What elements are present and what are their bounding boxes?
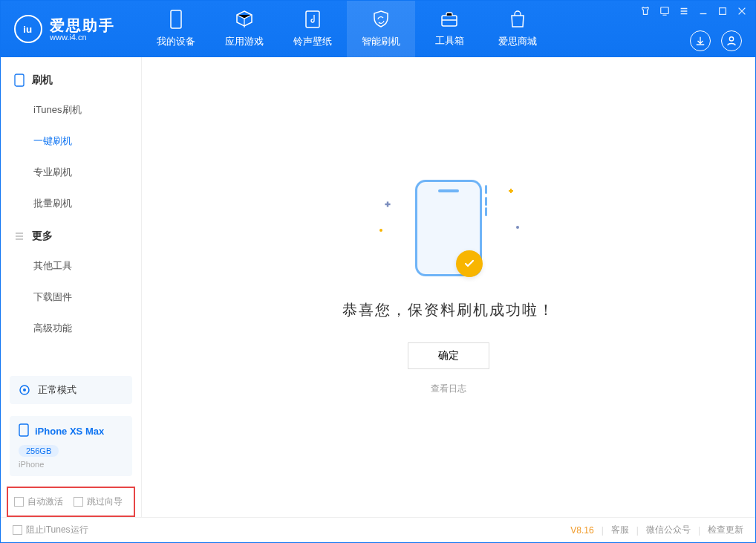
svg-rect-3 — [442, 16, 457, 26]
success-illustration — [400, 180, 497, 284]
checkbox-skip-guide[interactable]: 跳过向导 — [74, 495, 123, 508]
svg-point-9 — [23, 388, 26, 391]
status-link-support[interactable]: 客服 — [611, 524, 629, 536]
sidebar-item-other-tools[interactable]: 其他工具 — [1, 250, 141, 282]
svg-rect-5 — [720, 8, 726, 15]
mode-card[interactable]: 正常模式 — [10, 376, 132, 404]
status-link-update[interactable]: 检查更新 — [708, 524, 743, 536]
sidebar-item-itunes-flash[interactable]: iTunes刷机 — [1, 94, 141, 126]
body: 刷机 iTunes刷机 一键刷机 专业刷机 批量刷机 更多 其他工具 下载固件 … — [1, 57, 755, 517]
sidebar-item-download-firmware[interactable]: 下载固件 — [1, 282, 141, 313]
main-content: 恭喜您，保资料刷机成功啦！ 确定 查看日志 — [142, 57, 755, 517]
sidebar: 刷机 iTunes刷机 一键刷机 专业刷机 批量刷机 更多 其他工具 下载固件 … — [1, 57, 142, 517]
header-actions — [690, 30, 742, 51]
user-icon[interactable] — [721, 30, 742, 51]
shield-refresh-icon — [371, 10, 391, 32]
close-icon[interactable] — [736, 5, 748, 17]
phone-illustration-icon — [415, 180, 482, 276]
app-logo-icon: iu — [14, 15, 42, 43]
checkbox-icon — [13, 525, 22, 535]
toolbox-icon — [440, 10, 459, 31]
checkbox-label: 自动激活 — [27, 495, 63, 508]
svg-rect-1 — [171, 10, 181, 28]
svg-rect-7 — [15, 74, 24, 86]
ok-button[interactable]: 确定 — [408, 342, 489, 369]
checkbox-icon — [14, 497, 24, 507]
sparkle-icon — [509, 189, 513, 193]
top-nav: 我的设备 应用游戏 铃声壁纸 智能刷机 工具箱 爱思商城 — [142, 1, 552, 57]
phone-icon — [168, 10, 184, 32]
sidebar-group-title: 刷机 — [32, 74, 53, 87]
dot-icon — [516, 226, 519, 229]
cube-icon — [235, 10, 254, 32]
mode-label: 正常模式 — [38, 383, 76, 397]
checkbox-block-itunes[interactable]: 阻止iTunes运行 — [13, 524, 88, 536]
sidebar-group-title: 更多 — [32, 230, 53, 243]
checkbox-auto-activate[interactable]: 自动激活 — [14, 495, 63, 508]
svg-point-6 — [729, 37, 733, 41]
logo-area: iu 爱思助手 www.i4.cn — [1, 1, 142, 57]
device-card[interactable]: iPhone XS Max 256GB iPhone — [10, 416, 132, 476]
device-name: iPhone XS Max — [35, 426, 104, 437]
mode-icon — [19, 384, 32, 396]
sparkle-icon — [385, 201, 390, 207]
view-log-link[interactable]: 查看日志 — [431, 383, 466, 395]
checkbox-label: 跳过向导 — [87, 495, 123, 508]
shopping-bag-icon — [509, 10, 527, 32]
status-link-wechat[interactable]: 微信公众号 — [646, 524, 691, 536]
nav-store[interactable]: 爱思商城 — [483, 1, 552, 57]
checkbox-label: 阻止iTunes运行 — [26, 524, 88, 536]
sidebar-group-flash: 刷机 — [1, 63, 141, 94]
sidebar-item-pro-flash[interactable]: 专业刷机 — [1, 157, 141, 188]
music-note-icon — [304, 10, 322, 32]
dot-icon — [379, 229, 382, 232]
minimize-icon[interactable] — [697, 5, 709, 17]
version-label: V8.16 — [570, 525, 593, 536]
storage-pill: 256GB — [19, 445, 59, 457]
maximize-icon[interactable] — [717, 5, 729, 17]
checkbox-icon — [74, 497, 83, 507]
tshirt-icon[interactable] — [639, 5, 651, 17]
success-title: 恭喜您，保资料刷机成功啦！ — [342, 300, 555, 320]
options-highlight-box: 自动激活 跳过向导 — [7, 487, 135, 517]
sidebar-item-batch-flash[interactable]: 批量刷机 — [1, 188, 141, 219]
check-badge-icon — [456, 250, 483, 277]
more-lines-icon — [14, 231, 26, 241]
phone-outline-icon — [14, 74, 26, 87]
menu-icon[interactable] — [678, 5, 690, 17]
download-icon[interactable] — [690, 30, 711, 51]
window-controls — [639, 5, 748, 17]
header: iu 爱思助手 www.i4.cn 我的设备 应用游戏 铃声壁纸 智能 — [1, 1, 755, 57]
nav-toolbox[interactable]: 工具箱 — [415, 1, 483, 57]
sidebar-group-more: 更多 — [1, 219, 141, 250]
nav-apps-games[interactable]: 应用游戏 — [210, 1, 278, 57]
sidebar-item-advanced[interactable]: 高级功能 — [1, 313, 141, 344]
app-site: www.i4.cn — [50, 33, 115, 42]
app-name: 爱思助手 — [50, 17, 115, 33]
feedback-icon[interactable] — [659, 5, 671, 17]
device-phone-icon — [19, 423, 29, 439]
app-window: iu 爱思助手 www.i4.cn 我的设备 应用游戏 铃声壁纸 智能 — [0, 0, 756, 543]
nav-smart-flash[interactable]: 智能刷机 — [347, 1, 415, 57]
svg-text:iu: iu — [23, 24, 32, 35]
nav-my-device[interactable]: 我的设备 — [142, 1, 210, 57]
status-bar: 阻止iTunes运行 V8.16 | 客服 | 微信公众号 | 检查更新 — [1, 517, 755, 542]
svg-rect-10 — [19, 424, 28, 436]
svg-rect-4 — [661, 7, 669, 14]
nav-ringtones-wallpapers[interactable]: 铃声壁纸 — [278, 1, 347, 57]
device-type: iPhone — [19, 460, 123, 469]
sidebar-item-oneclick-flash[interactable]: 一键刷机 — [1, 126, 141, 157]
